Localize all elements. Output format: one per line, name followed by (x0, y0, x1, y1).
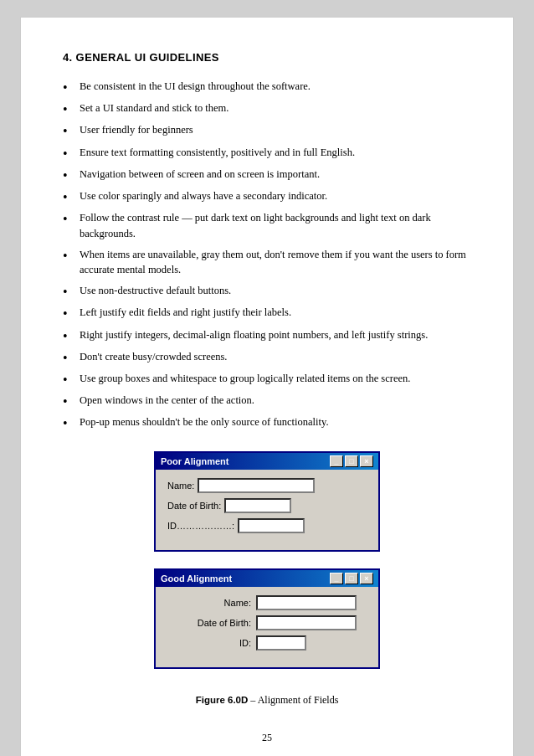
list-item: •Use color sparingly and always have a s… (63, 188, 471, 205)
good-id-label: ID: (167, 638, 251, 648)
bullet-text: Right justify integers, decimal-align fl… (80, 327, 471, 343)
poor-dob-row: Date of Birth: (167, 498, 367, 513)
poor-dialog-buttons: _ □ × (330, 455, 373, 467)
good-name-row: Name: (167, 595, 367, 610)
list-item: •User friendly for beginners (63, 122, 471, 139)
list-item: •Follow the contrast rule — put dark tex… (63, 210, 471, 242)
bullet-dot: • (63, 211, 74, 227)
good-dob-input[interactable] (256, 615, 357, 630)
bullet-text: Use group boxes and whitespace to group … (80, 371, 471, 387)
figure-caption-bold: Figure 6.0D (196, 695, 249, 705)
bullet-text: Left justify edit fields and right justi… (80, 305, 471, 321)
bullet-text: Use color sparingly and always have a se… (80, 188, 471, 204)
good-dialog-body: Name: Date of Birth: ID: (156, 587, 378, 667)
good-dialog-restore[interactable]: □ (345, 573, 358, 584)
bullet-dot: • (63, 415, 74, 431)
list-item: •Left justify edit fields and right just… (63, 305, 471, 321)
bullet-text: Don't create busy/crowded screens. (80, 349, 471, 365)
good-id-row: ID: (167, 635, 367, 651)
good-dialog-titlebar: Good Alignment _ □ × (156, 570, 378, 587)
bullet-dot: • (63, 123, 74, 139)
list-item: •Don't create busy/crowded screens. (63, 349, 471, 366)
bullet-text: Pop-up menus shouldn't be the only sourc… (80, 414, 471, 430)
poor-name-label: Name: (167, 481, 194, 491)
figure-caption-text: – Alignment of Fields (248, 694, 338, 706)
bullet-text: Use non-destructive default buttons. (80, 283, 471, 299)
bullet-dot: • (63, 80, 74, 95)
good-dialog-buttons: _ □ × (330, 573, 373, 584)
bullet-text: When items are unavailable, gray them ou… (80, 247, 471, 279)
list-item: •Ensure text formatting consistently, po… (63, 145, 471, 162)
bullet-dot: • (63, 101, 74, 117)
bullet-text: Open windows in the center of the action… (80, 393, 471, 409)
poor-name-input[interactable] (198, 478, 315, 493)
list-item: •Pop-up menus shouldn't be the only sour… (63, 414, 471, 431)
bullet-text: Be consistent in the UI design throughou… (80, 79, 471, 95)
bullet-text: Ensure text formatting consistently, pos… (80, 145, 471, 161)
poor-dob-label: Date of Birth: (167, 501, 221, 511)
poor-dialog-body: Name: Date of Birth: ID………………: (156, 470, 378, 550)
good-name-input[interactable] (256, 595, 357, 610)
poor-dob-input[interactable] (224, 498, 291, 513)
bullet-dot: • (63, 284, 74, 300)
bullet-dot: • (63, 306, 74, 321)
bullet-dot: • (63, 146, 74, 162)
good-name-label: Name: (167, 598, 251, 608)
list-item: •When items are unavailable, gray them o… (63, 247, 471, 279)
bullet-dot: • (63, 372, 74, 388)
bullet-text: Follow the contrast rule — put dark text… (80, 210, 471, 242)
bullet-dot: • (63, 248, 74, 264)
bullet-text: Navigation between of screen and on scre… (80, 167, 471, 183)
poor-dialog-close[interactable]: × (360, 455, 373, 467)
bullet-dot: • (63, 189, 74, 205)
poor-dialog-restore[interactable]: □ (345, 455, 358, 467)
poor-name-row: Name: (167, 478, 367, 493)
list-item: •Be consistent in the UI design througho… (63, 79, 471, 95)
good-dob-row: Date of Birth: (167, 615, 367, 630)
page: 4. GENERAL UI GUIDELINES •Be consistent … (20, 17, 514, 756)
good-dialog-close[interactable]: × (360, 573, 373, 584)
poor-id-input[interactable] (238, 518, 305, 533)
good-id-input[interactable] (256, 635, 306, 651)
poor-id-label: ID………………: (167, 521, 234, 531)
figures-area: Poor Alignment _ □ × Name: Date of Birth… (63, 451, 471, 707)
list-item: •Set a UI standard and stick to them. (63, 100, 471, 117)
bullet-dot: • (63, 328, 74, 344)
list-item: •Use group boxes and whitespace to group… (63, 371, 471, 388)
page-number: 25 (63, 732, 471, 744)
list-item: •Navigation between of screen and on scr… (63, 167, 471, 183)
section-title: 4. GENERAL UI GUIDELINES (63, 51, 471, 64)
poor-dialog-title: Poor Alignment (161, 456, 228, 466)
list-item: •Right justify integers, decimal-align f… (63, 327, 471, 344)
list-item: •Open windows in the center of the actio… (63, 393, 471, 409)
bullet-text: Set a UI standard and stick to them. (80, 100, 471, 116)
guidelines-list: •Be consistent in the UI design througho… (63, 79, 471, 431)
bullet-dot: • (63, 393, 74, 409)
poor-dialog-minimize[interactable]: _ (330, 455, 343, 467)
good-dialog-minimize[interactable]: _ (330, 573, 343, 584)
figure-caption: Figure 6.0D – Alignment of Fields (196, 694, 339, 707)
good-dob-label: Date of Birth: (167, 618, 251, 628)
poor-alignment-dialog: Poor Alignment _ □ × Name: Date of Birth… (154, 451, 380, 552)
bullet-dot: • (63, 167, 74, 183)
list-item: •Use non-destructive default buttons. (63, 283, 471, 300)
poor-dialog-titlebar: Poor Alignment _ □ × (156, 453, 378, 470)
bullet-text: User friendly for beginners (80, 122, 471, 138)
good-alignment-dialog: Good Alignment _ □ × Name: Date of Birth… (154, 568, 380, 669)
bullet-dot: • (63, 350, 74, 366)
poor-id-row: ID………………: (167, 518, 367, 533)
good-dialog-title: Good Alignment (161, 573, 232, 584)
